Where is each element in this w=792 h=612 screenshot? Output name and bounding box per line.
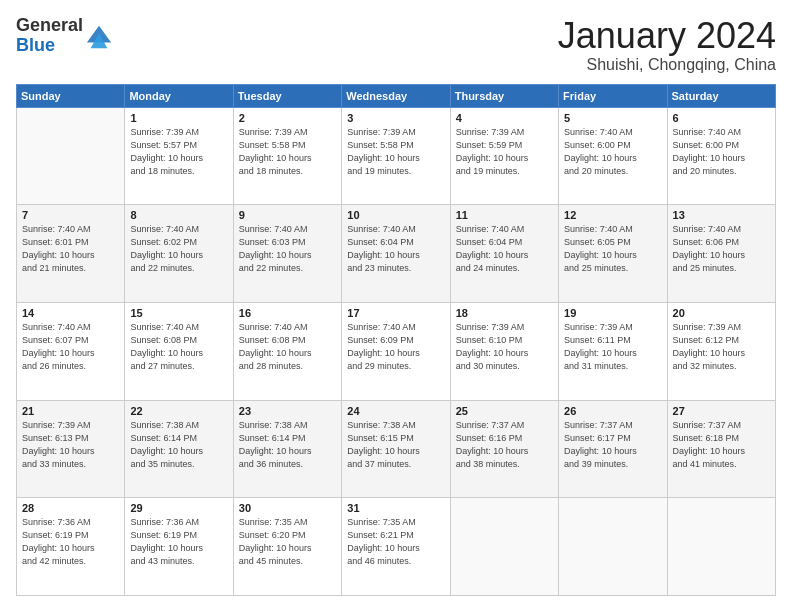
day-number: 27 — [673, 405, 770, 417]
calendar-week-row: 21Sunrise: 7:39 AMSunset: 6:13 PMDayligh… — [17, 400, 776, 498]
header: General Blue January 2024 Shuishi, Chong… — [16, 16, 776, 74]
calendar-cell: 16Sunrise: 7:40 AMSunset: 6:08 PMDayligh… — [233, 302, 341, 400]
calendar-cell: 11Sunrise: 7:40 AMSunset: 6:04 PMDayligh… — [450, 205, 558, 303]
calendar-cell: 24Sunrise: 7:38 AMSunset: 6:15 PMDayligh… — [342, 400, 450, 498]
calendar-cell: 17Sunrise: 7:40 AMSunset: 6:09 PMDayligh… — [342, 302, 450, 400]
day-info: Sunrise: 7:38 AMSunset: 6:15 PMDaylight:… — [347, 419, 444, 471]
calendar-cell: 21Sunrise: 7:39 AMSunset: 6:13 PMDayligh… — [17, 400, 125, 498]
day-number: 13 — [673, 209, 770, 221]
calendar-cell: 8Sunrise: 7:40 AMSunset: 6:02 PMDaylight… — [125, 205, 233, 303]
day-number: 22 — [130, 405, 227, 417]
day-number: 7 — [22, 209, 119, 221]
day-number: 10 — [347, 209, 444, 221]
calendar-cell: 4Sunrise: 7:39 AMSunset: 5:59 PMDaylight… — [450, 107, 558, 205]
location: Shuishi, Chongqing, China — [558, 56, 776, 74]
day-number: 21 — [22, 405, 119, 417]
day-info: Sunrise: 7:37 AMSunset: 6:18 PMDaylight:… — [673, 419, 770, 471]
day-info: Sunrise: 7:40 AMSunset: 6:08 PMDaylight:… — [130, 321, 227, 373]
day-info: Sunrise: 7:40 AMSunset: 6:01 PMDaylight:… — [22, 223, 119, 275]
day-info: Sunrise: 7:40 AMSunset: 6:06 PMDaylight:… — [673, 223, 770, 275]
calendar-cell — [559, 498, 667, 596]
calendar-cell: 3Sunrise: 7:39 AMSunset: 5:58 PMDaylight… — [342, 107, 450, 205]
day-info: Sunrise: 7:35 AMSunset: 6:20 PMDaylight:… — [239, 516, 336, 568]
calendar-header-wednesday: Wednesday — [342, 84, 450, 107]
calendar-cell: 2Sunrise: 7:39 AMSunset: 5:58 PMDaylight… — [233, 107, 341, 205]
calendar-table: SundayMondayTuesdayWednesdayThursdayFrid… — [16, 84, 776, 596]
day-info: Sunrise: 7:40 AMSunset: 6:07 PMDaylight:… — [22, 321, 119, 373]
calendar-week-row: 28Sunrise: 7:36 AMSunset: 6:19 PMDayligh… — [17, 498, 776, 596]
logo-icon — [85, 22, 113, 50]
day-number: 25 — [456, 405, 553, 417]
day-info: Sunrise: 7:40 AMSunset: 6:00 PMDaylight:… — [673, 126, 770, 178]
day-number: 4 — [456, 112, 553, 124]
day-number: 23 — [239, 405, 336, 417]
calendar-cell: 23Sunrise: 7:38 AMSunset: 6:14 PMDayligh… — [233, 400, 341, 498]
calendar-cell — [667, 498, 775, 596]
day-info: Sunrise: 7:36 AMSunset: 6:19 PMDaylight:… — [130, 516, 227, 568]
day-number: 6 — [673, 112, 770, 124]
calendar-cell: 29Sunrise: 7:36 AMSunset: 6:19 PMDayligh… — [125, 498, 233, 596]
day-info: Sunrise: 7:40 AMSunset: 6:04 PMDaylight:… — [347, 223, 444, 275]
day-number: 14 — [22, 307, 119, 319]
day-number: 28 — [22, 502, 119, 514]
day-info: Sunrise: 7:40 AMSunset: 6:03 PMDaylight:… — [239, 223, 336, 275]
calendar-cell: 26Sunrise: 7:37 AMSunset: 6:17 PMDayligh… — [559, 400, 667, 498]
calendar-cell: 19Sunrise: 7:39 AMSunset: 6:11 PMDayligh… — [559, 302, 667, 400]
day-info: Sunrise: 7:37 AMSunset: 6:16 PMDaylight:… — [456, 419, 553, 471]
day-number: 31 — [347, 502, 444, 514]
calendar-week-row: 7Sunrise: 7:40 AMSunset: 6:01 PMDaylight… — [17, 205, 776, 303]
calendar-cell: 22Sunrise: 7:38 AMSunset: 6:14 PMDayligh… — [125, 400, 233, 498]
day-number: 16 — [239, 307, 336, 319]
day-number: 18 — [456, 307, 553, 319]
calendar-cell: 12Sunrise: 7:40 AMSunset: 6:05 PMDayligh… — [559, 205, 667, 303]
day-info: Sunrise: 7:40 AMSunset: 6:04 PMDaylight:… — [456, 223, 553, 275]
calendar-cell: 13Sunrise: 7:40 AMSunset: 6:06 PMDayligh… — [667, 205, 775, 303]
day-info: Sunrise: 7:39 AMSunset: 6:13 PMDaylight:… — [22, 419, 119, 471]
day-info: Sunrise: 7:37 AMSunset: 6:17 PMDaylight:… — [564, 419, 661, 471]
calendar-cell — [450, 498, 558, 596]
calendar-cell — [17, 107, 125, 205]
calendar-header-tuesday: Tuesday — [233, 84, 341, 107]
day-info: Sunrise: 7:40 AMSunset: 6:08 PMDaylight:… — [239, 321, 336, 373]
day-info: Sunrise: 7:39 AMSunset: 5:58 PMDaylight:… — [347, 126, 444, 178]
logo-general-text: General — [16, 15, 83, 35]
calendar-cell: 10Sunrise: 7:40 AMSunset: 6:04 PMDayligh… — [342, 205, 450, 303]
month-title: January 2024 — [558, 16, 776, 56]
day-number: 30 — [239, 502, 336, 514]
calendar-cell: 5Sunrise: 7:40 AMSunset: 6:00 PMDaylight… — [559, 107, 667, 205]
day-number: 20 — [673, 307, 770, 319]
day-number: 11 — [456, 209, 553, 221]
calendar-header-thursday: Thursday — [450, 84, 558, 107]
calendar-week-row: 14Sunrise: 7:40 AMSunset: 6:07 PMDayligh… — [17, 302, 776, 400]
calendar-header-sunday: Sunday — [17, 84, 125, 107]
day-info: Sunrise: 7:40 AMSunset: 6:00 PMDaylight:… — [564, 126, 661, 178]
day-number: 15 — [130, 307, 227, 319]
day-number: 26 — [564, 405, 661, 417]
logo-blue-text: Blue — [16, 35, 55, 55]
calendar-cell: 30Sunrise: 7:35 AMSunset: 6:20 PMDayligh… — [233, 498, 341, 596]
calendar-header-saturday: Saturday — [667, 84, 775, 107]
calendar-cell: 20Sunrise: 7:39 AMSunset: 6:12 PMDayligh… — [667, 302, 775, 400]
calendar-header-friday: Friday — [559, 84, 667, 107]
calendar-cell: 28Sunrise: 7:36 AMSunset: 6:19 PMDayligh… — [17, 498, 125, 596]
logo: General Blue — [16, 16, 113, 56]
calendar-week-row: 1Sunrise: 7:39 AMSunset: 5:57 PMDaylight… — [17, 107, 776, 205]
title-block: January 2024 Shuishi, Chongqing, China — [558, 16, 776, 74]
calendar-header-row: SundayMondayTuesdayWednesdayThursdayFrid… — [17, 84, 776, 107]
day-info: Sunrise: 7:39 AMSunset: 5:58 PMDaylight:… — [239, 126, 336, 178]
day-info: Sunrise: 7:39 AMSunset: 5:59 PMDaylight:… — [456, 126, 553, 178]
day-number: 12 — [564, 209, 661, 221]
calendar-cell: 18Sunrise: 7:39 AMSunset: 6:10 PMDayligh… — [450, 302, 558, 400]
day-number: 8 — [130, 209, 227, 221]
day-info: Sunrise: 7:39 AMSunset: 5:57 PMDaylight:… — [130, 126, 227, 178]
day-info: Sunrise: 7:39 AMSunset: 6:11 PMDaylight:… — [564, 321, 661, 373]
calendar-cell: 25Sunrise: 7:37 AMSunset: 6:16 PMDayligh… — [450, 400, 558, 498]
calendar-cell: 31Sunrise: 7:35 AMSunset: 6:21 PMDayligh… — [342, 498, 450, 596]
calendar-cell: 15Sunrise: 7:40 AMSunset: 6:08 PMDayligh… — [125, 302, 233, 400]
page: General Blue January 2024 Shuishi, Chong… — [0, 0, 792, 612]
day-info: Sunrise: 7:40 AMSunset: 6:02 PMDaylight:… — [130, 223, 227, 275]
day-number: 5 — [564, 112, 661, 124]
day-number: 9 — [239, 209, 336, 221]
day-number: 2 — [239, 112, 336, 124]
day-number: 19 — [564, 307, 661, 319]
